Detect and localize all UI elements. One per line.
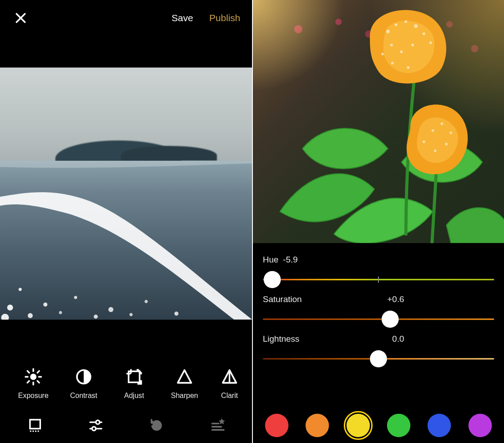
svg-point-34 — [429, 41, 432, 44]
swatch-green[interactable] — [387, 414, 410, 437]
svg-point-35 — [411, 44, 414, 46]
svg-point-29 — [386, 30, 390, 33]
svg-point-42 — [441, 122, 443, 125]
saturation-thumb[interactable] — [382, 311, 399, 328]
svg-point-45 — [434, 149, 436, 152]
save-button[interactable]: Save — [171, 13, 193, 23]
svg-point-19 — [35, 430, 36, 432]
svg-line-6 — [37, 381, 39, 383]
svg-point-18 — [32, 430, 34, 432]
nav-sliders[interactable] — [85, 415, 107, 436]
editor-pane-right: Hue -5.9 Saturation +0.6 — [252, 0, 504, 443]
lightness-thumb[interactable] — [370, 350, 387, 367]
adjust-icon — [124, 366, 144, 387]
tool-label: Sharpen — [171, 392, 198, 400]
nav-filters[interactable] — [24, 415, 46, 436]
svg-point-0 — [30, 374, 36, 380]
tool-label: Exposure — [18, 392, 49, 400]
svg-point-33 — [423, 32, 425, 35]
svg-point-46 — [423, 140, 425, 143]
close-button[interactable] — [12, 9, 30, 27]
svg-line-5 — [27, 371, 29, 373]
hue-control: Hue -5.9 — [263, 255, 494, 286]
swatch-orange[interactable] — [306, 414, 329, 437]
svg-point-25 — [155, 424, 158, 427]
close-icon — [14, 12, 27, 24]
publish-button[interactable]: Publish — [209, 13, 240, 23]
tool-adjust[interactable]: Adjust — [109, 366, 159, 400]
tool-clarity[interactable]: Clarit — [210, 366, 249, 400]
svg-point-39 — [391, 62, 394, 64]
tool-contrast[interactable]: Contrast — [58, 366, 109, 400]
svg-point-38 — [381, 53, 384, 55]
swatch-red[interactable] — [265, 414, 288, 437]
hue-label: Hue — [263, 255, 279, 265]
tool-label: Clarit — [221, 392, 238, 400]
exposure-icon — [23, 366, 44, 387]
swatch-yellow[interactable] — [346, 414, 370, 437]
svg-point-43 — [450, 131, 452, 134]
tool-sharpen[interactable]: Sharpen — [159, 366, 210, 400]
saturation-value: +0.6 — [387, 294, 404, 304]
editor-pane-left: Save Publish Exposure — [0, 0, 252, 443]
nav-revert[interactable] — [146, 415, 167, 436]
saturation-control: Saturation +0.6 — [263, 294, 494, 326]
sliders-icon — [88, 418, 104, 433]
tool-strip[interactable]: Exposure Contrast Adjust Sharpen — [0, 350, 252, 400]
svg-line-7 — [37, 371, 39, 373]
bottom-nav — [0, 408, 252, 443]
nav-levels[interactable] — [207, 415, 228, 436]
lightness-control: Lightness 0.0 — [263, 334, 494, 366]
tool-label: Contrast — [70, 392, 97, 400]
contrast-icon — [73, 366, 94, 387]
tool-label: Adjust — [124, 392, 144, 400]
top-bar-actions: Save Publish — [171, 13, 240, 23]
swatch-blue[interactable] — [428, 414, 451, 437]
hue-thumb[interactable] — [264, 271, 281, 288]
svg-point-41 — [432, 129, 434, 132]
lightness-value: 0.0 — [392, 334, 404, 344]
hue-value: -5.9 — [283, 255, 298, 265]
color-swatches — [253, 408, 504, 443]
saturation-slider[interactable] — [263, 312, 494, 326]
svg-point-36 — [400, 50, 403, 53]
svg-point-30 — [395, 23, 397, 26]
svg-rect-16 — [30, 420, 40, 429]
clarity-icon — [219, 366, 240, 387]
svg-point-23 — [96, 420, 100, 425]
svg-point-20 — [37, 430, 39, 432]
revert-icon — [149, 418, 164, 433]
lightness-label: Lightness — [263, 334, 299, 344]
svg-point-17 — [30, 430, 31, 432]
filters-icon — [27, 418, 43, 433]
sharpen-icon — [174, 366, 195, 387]
svg-point-24 — [92, 427, 96, 431]
tool-exposure[interactable]: Exposure — [8, 366, 58, 400]
saturation-label: Saturation — [263, 294, 302, 304]
svg-point-31 — [405, 20, 407, 23]
center-tick — [378, 276, 379, 283]
swatch-purple[interactable] — [468, 414, 492, 437]
color-controls: Hue -5.9 Saturation +0.6 — [253, 252, 504, 407]
svg-point-44 — [445, 143, 448, 145]
svg-point-37 — [390, 44, 393, 46]
svg-point-40 — [407, 66, 410, 69]
hue-slider[interactable] — [263, 273, 494, 286]
svg-line-8 — [27, 381, 29, 383]
photo-preview-right[interactable] — [253, 0, 504, 243]
svg-point-32 — [414, 24, 418, 28]
levels-icon — [210, 418, 225, 433]
photo-preview-left[interactable] — [0, 68, 252, 320]
top-bar: Save Publish — [0, 0, 252, 36]
lightness-slider[interactable] — [263, 352, 494, 366]
